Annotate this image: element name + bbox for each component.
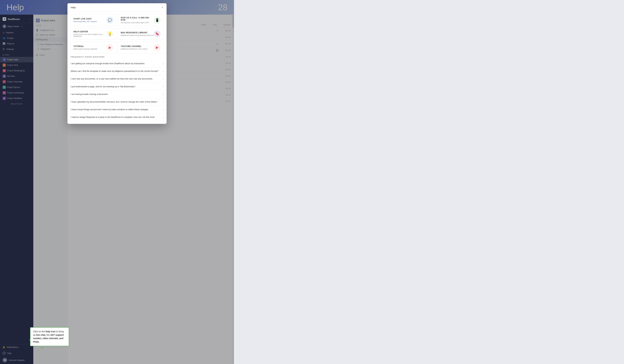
youtube-icon: ▶ bbox=[154, 44, 160, 51]
play-icon: ▶ bbox=[106, 44, 113, 51]
faq-question: I have uploaded my documents/folder stru… bbox=[71, 101, 163, 103]
faq-question: I am having trouble moving a document bbox=[71, 93, 163, 96]
faq-question: I need to assign Requests to a party in … bbox=[71, 116, 163, 119]
help-card-title: YOUTUBE CHANNEL bbox=[121, 45, 154, 48]
help-card-title: HELP CENTER bbox=[74, 30, 106, 33]
faq-question: Where can I find the template to make su… bbox=[71, 70, 163, 73]
faq-item[interactable]: I am getting too many/not enough emails … bbox=[71, 60, 163, 67]
callout-tooltip: Click on the help icon to bring up live … bbox=[30, 327, 69, 346]
help-card-resource-library[interactable]: M&A RESOURCE LIBRARY Additional material… bbox=[118, 28, 163, 40]
help-card-title: GIVE US A CALL +1-800-340-9749 bbox=[121, 17, 154, 21]
help-card-live-chat[interactable]: START LIVE CHAT Recommended, 24/7 Suppor… bbox=[71, 14, 116, 26]
modal-header: Help × bbox=[67, 3, 167, 12]
live-chat-icon: 💬 bbox=[106, 17, 113, 24]
chevron-right-icon: › bbox=[163, 62, 163, 65]
chevron-right-icon: › bbox=[163, 78, 163, 80]
help-card-phone[interactable]: GIVE US A CALL +1-800-340-9749 US busine… bbox=[118, 14, 163, 26]
phone-icon: 📱 bbox=[154, 17, 160, 24]
help-card-title: M&A RESOURCE LIBRARY bbox=[121, 31, 154, 34]
help-card-text: START LIVE CHAT Recommended, 24/7 Suppor… bbox=[74, 18, 106, 23]
faq-question: I am getting too many/not enough emails … bbox=[71, 62, 163, 65]
help-card-text: YOUTUBE CHANNEL Additional DealRoom User… bbox=[121, 45, 154, 50]
help-card-subtitle: Watch quick training materials bbox=[74, 48, 106, 50]
chevron-right-icon: › bbox=[163, 116, 163, 118]
modal-title: Help bbox=[71, 6, 76, 9]
faq-item[interactable]: I am having trouble moving a document › bbox=[71, 91, 163, 98]
bulb-icon: 💡 bbox=[106, 30, 113, 37]
help-cards-grid: START LIVE CHAT Recommended, 24/7 Suppor… bbox=[67, 12, 167, 56]
faq-item[interactable]: I can't see any documents, or a user has… bbox=[71, 75, 163, 83]
faq-question: I have moved things around and I need my… bbox=[71, 108, 163, 111]
help-card-text: HELP CENTER Learn how to use and configu… bbox=[74, 30, 106, 37]
help-card-help-center[interactable]: HELP CENTER Learn how to use and configu… bbox=[71, 28, 116, 40]
help-card-subtitle: Learn how to use and configure your Deal… bbox=[74, 33, 106, 37]
help-card-subtitle: Recommended, 24/7 Support bbox=[74, 21, 106, 23]
bookmark-icon: 🔖 bbox=[154, 30, 160, 37]
help-card-tutorial[interactable]: TUTORIAL Watch quick training materials … bbox=[71, 42, 116, 53]
faq-item[interactable]: I have uploaded my documents/folder stru… bbox=[71, 98, 163, 106]
faq-section-title: FREQUENTLY ASKED QUESTIONS bbox=[71, 56, 163, 58]
help-card-title: TUTORIAL bbox=[74, 45, 106, 48]
faq-item[interactable]: I have moved things around and I need my… bbox=[71, 106, 163, 113]
callout-text-middle2: the bbox=[46, 334, 50, 336]
callout-bold-help-icon: help icon bbox=[46, 330, 55, 333]
help-card-text: GIVE US A CALL +1-800-340-9749 US busine… bbox=[121, 17, 154, 24]
callout-bold-live-chat: live chat, bbox=[36, 334, 46, 336]
chevron-right-icon: › bbox=[163, 85, 163, 88]
faq-question: I just bookmarked a page, and it's not s… bbox=[71, 85, 163, 88]
help-card-subtitle: Additional DealRoom User videos bbox=[121, 48, 154, 50]
callout-text-before: Click on the bbox=[33, 330, 46, 333]
help-card-subtitle: US business hours (8am-6pm CST) bbox=[121, 22, 154, 24]
help-card-title: START LIVE CHAT bbox=[74, 18, 106, 20]
help-modal: Help × START LIVE CHAT Recommended, 24/7… bbox=[67, 3, 167, 124]
modal-overlay: Help × START LIVE CHAT Recommended, 24/7… bbox=[0, 0, 234, 364]
faq-item[interactable]: I need to assign Requests to a party in … bbox=[71, 113, 163, 121]
help-card-text: TUTORIAL Watch quick training materials bbox=[74, 45, 106, 50]
modal-close-button[interactable]: × bbox=[161, 6, 163, 9]
chevron-right-icon: › bbox=[163, 70, 163, 73]
chevron-right-icon: › bbox=[163, 108, 163, 111]
app-body: ⊞ DealRoom « M Major Airline ▼ ◇ Pipelin… bbox=[0, 15, 234, 364]
faq-question: I can't see any documents, or a user has… bbox=[71, 77, 163, 80]
faq-section: FREQUENTLY ASKED QUESTIONS I am getting … bbox=[67, 56, 167, 124]
help-card-text: M&A RESOURCE LIBRARY Additional material… bbox=[121, 31, 154, 36]
help-card-subtitle: Additional material and general resource… bbox=[121, 34, 154, 36]
chevron-right-icon: › bbox=[163, 93, 163, 95]
help-card-youtube[interactable]: YOUTUBE CHANNEL Additional DealRoom User… bbox=[118, 42, 163, 53]
faq-item[interactable]: I just bookmarked a page, and it's not s… bbox=[71, 83, 163, 91]
chevron-right-icon: › bbox=[163, 101, 163, 103]
faq-item[interactable]: Where can I find the template to make su… bbox=[71, 67, 163, 75]
